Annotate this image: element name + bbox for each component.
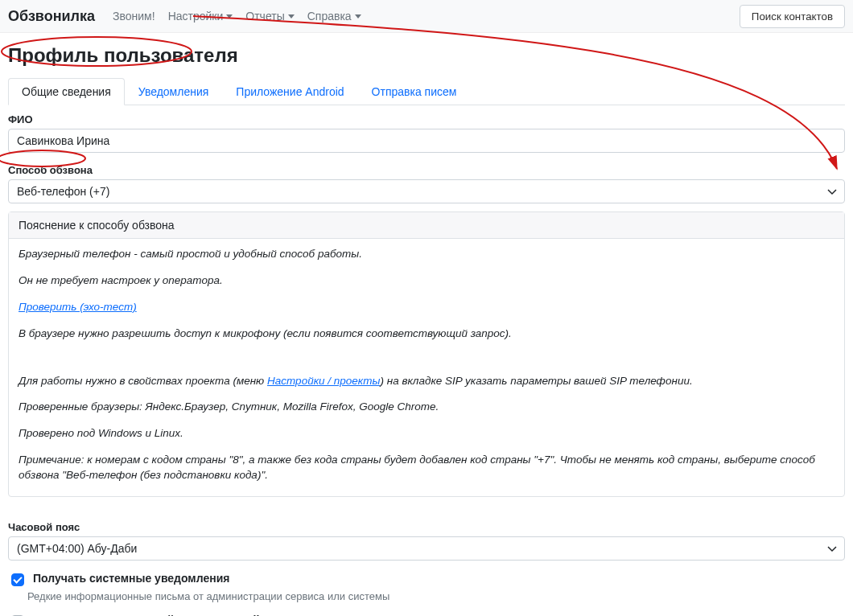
info-p4b: ) на вкладке SIP указать параметры вашей… [381,375,693,387]
sysnotify-help: Редкие информационные письма от админист… [27,590,845,602]
method-label: Способ обзвона [8,164,845,176]
nav-reports-label: Отчеты [245,10,284,23]
timezone-label: Часовой пояс [8,521,845,533]
method-info-body: Браузерный телефон - самый простой и удо… [9,239,844,496]
caret-down-icon [226,14,233,18]
tab-general[interactable]: Общие сведения [8,78,125,105]
info-p6: Проверено под Windows и Linux. [19,426,834,441]
method-select[interactable]: Веб-телефон (+7) [8,179,845,203]
nav-call[interactable]: Звоним! [106,5,162,27]
navbar: Обзвонилка Звоним! Настройки Отчеты Спра… [0,0,853,33]
fio-label: ФИО [8,113,845,125]
nav-settings[interactable]: Настройки [162,5,240,27]
nav-help-label: Справка [307,10,352,23]
timezone-select[interactable]: (GMT+04:00) Абу-Даби [8,536,845,561]
caret-down-icon [288,14,295,18]
method-info-header: Пояснение к способу обзвона [9,212,844,239]
echo-test-link[interactable]: Проверить (эхо-тест) [19,301,137,313]
brand[interactable]: Обзвонилка [8,8,95,25]
tab-notifications[interactable]: Уведомления [125,78,223,105]
settings-projects-link[interactable]: Настройки / проекты [267,375,381,387]
info-p7: Примечание: к номерам с кодом страны "8"… [19,453,834,483]
nav-reports[interactable]: Отчеты [239,5,300,27]
info-p5: Проверенные браузеры: Яндекс.Браузер, Сп… [19,400,834,415]
sysnotify-label[interactable]: Получать системные уведомления [33,572,229,585]
tab-android[interactable]: Приложение Android [222,78,357,105]
sysnotify-checkbox[interactable] [11,573,24,586]
nav-call-label: Звоним! [113,10,155,23]
nav-help[interactable]: Справка [301,5,368,27]
tabs: Общие сведения Уведомления Приложение An… [8,78,845,105]
info-p3: В браузере нужно разрешить доступ к микр… [19,326,834,342]
info-p4a: Для работы нужно в свойствах проекта (ме… [19,375,267,387]
fio-input[interactable] [8,129,845,153]
info-p1: Браузерный телефон - самый простой и удо… [19,247,834,262]
method-info-card: Пояснение к способу обзвона Браузерный т… [8,211,845,497]
page-title: Профиль пользователя [8,44,845,67]
search-contacts-button[interactable]: Поиск контактов [740,5,845,28]
tab-mail[interactable]: Отправка писем [358,78,471,105]
info-p2: Он не требует настроек у оператора. [19,273,834,289]
nav-settings-label: Настройки [168,10,224,23]
caret-down-icon [355,14,361,18]
